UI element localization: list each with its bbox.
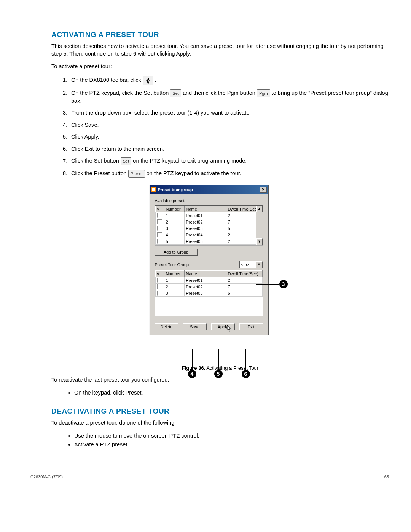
table-row[interactable]: 3Preset035 <box>155 225 262 232</box>
tour-group-table[interactable]: v Number Name Dwell Time(Sec) 1Preset012… <box>155 270 263 316</box>
col-name[interactable]: Name <box>184 206 226 212</box>
checkbox[interactable] <box>157 226 162 231</box>
scroll-down-icon[interactable]: ▼ <box>256 238 263 245</box>
exit-button[interactable]: Exit <box>239 323 263 330</box>
col-number[interactable]: Number <box>164 206 184 212</box>
callout-4: 4 <box>188 370 196 378</box>
pedestrian-icon <box>143 76 153 85</box>
close-icon[interactable]: ✕ <box>260 187 267 193</box>
app-icon <box>151 187 156 192</box>
available-presets-label: Available presets <box>155 198 263 203</box>
leader-line <box>218 349 219 370</box>
table-row[interactable]: 4Preset042 <box>155 232 262 238</box>
cursor-icon <box>227 325 233 332</box>
pgm-button-icon: Pgm <box>257 89 270 97</box>
dialog-titlebar[interactable]: Preset tour group ✕ <box>150 185 268 194</box>
set-button-icon: Set <box>121 157 132 165</box>
step-3: From the drop-down box, select the prese… <box>69 109 389 117</box>
svg-point-0 <box>148 78 149 79</box>
table-row[interactable]: 6Preset062 <box>155 245 262 246</box>
step-5: Click Apply. <box>69 133 389 141</box>
step-8: Click the Preset button Preset on the PT… <box>69 170 389 178</box>
callout-5: 5 <box>214 370 223 378</box>
leader-line <box>192 349 193 370</box>
table-row[interactable]: 1Preset012 <box>155 212 262 219</box>
table-row[interactable]: 2Preset027 <box>155 219 262 225</box>
callout-6: 6 <box>242 370 250 378</box>
delete-button[interactable]: Delete <box>155 323 178 330</box>
svg-rect-2 <box>152 188 155 191</box>
step-2: On the PTZ keypad, click the Set button … <box>69 89 389 105</box>
table-row[interactable]: 5Preset052 <box>155 238 262 245</box>
deactivate-list: Use the mouse to move the on-screen PTZ … <box>51 432 389 449</box>
step-1: On the DX8100 toolbar, click . <box>69 76 389 85</box>
save-button[interactable]: Save <box>183 323 207 330</box>
heading-activating: ACTIVATING A PRESET TOUR <box>51 30 389 39</box>
add-to-group-button[interactable]: Add to Group <box>155 249 198 256</box>
tour-group-value[interactable] <box>240 262 256 268</box>
available-presets-table[interactable]: v Number Name Dwell Time(Sec) 1Preset012… <box>155 205 263 246</box>
steps-list: On the DX8100 toolbar, click . On the PT… <box>51 76 389 178</box>
deactivate-lead: To deactivate a preset tour, do one of t… <box>51 419 389 427</box>
leader-line <box>245 349 246 370</box>
intro-paragraph: This section describes how to activate a… <box>51 43 389 58</box>
scroll-up-icon[interactable]: ▲ <box>256 206 263 212</box>
set-button-icon: Set <box>170 89 181 97</box>
heading-deactivating: DEACTIVATING A PRESET TOUR <box>51 407 389 415</box>
chevron-down-icon[interactable]: ▼ <box>256 261 263 268</box>
checkbox[interactable] <box>157 239 162 244</box>
dialog-title: Preset tour group <box>158 187 193 192</box>
scrollbar[interactable]: ▲ ▼ <box>256 206 263 245</box>
callout-3: 3 <box>279 280 288 288</box>
step-6: Click Exit to return to the main screen. <box>69 145 389 153</box>
table-row[interactable]: 3Preset035 <box>155 290 262 297</box>
intro-lead: To activate a preset tour: <box>51 63 389 70</box>
preset-button-icon: Preset <box>128 170 145 178</box>
checkbox[interactable] <box>157 278 162 283</box>
table-row[interactable]: 2Preset027 <box>155 284 262 290</box>
step-4: Click Save. <box>69 121 389 129</box>
list-item: Use the mouse to move the on-screen PTZ … <box>74 432 389 440</box>
preset-tour-group-label: Preset Tour Group <box>155 262 189 267</box>
table-row[interactable]: 1Preset012 <box>155 277 262 284</box>
checkbox[interactable] <box>157 284 162 289</box>
list-item: On the keypad, click Preset. <box>74 389 389 397</box>
checkbox[interactable] <box>157 213 162 218</box>
tour-group-dropdown[interactable]: ▼ <box>239 261 263 268</box>
step-7: Click the Set button Set on the PTZ keyp… <box>69 157 389 165</box>
col-v[interactable]: v <box>155 206 164 212</box>
checkbox[interactable] <box>157 219 162 224</box>
preset-tour-dialog: Preset tour group ✕ Available presets v … <box>149 185 269 335</box>
leader-line <box>256 284 279 285</box>
list-item: Activate a PTZ preset. <box>74 441 389 449</box>
reactivate-list: On the keypad, click Preset. <box>51 389 389 397</box>
checkbox[interactable] <box>157 245 162 246</box>
checkbox[interactable] <box>157 291 162 296</box>
checkbox[interactable] <box>157 232 162 237</box>
